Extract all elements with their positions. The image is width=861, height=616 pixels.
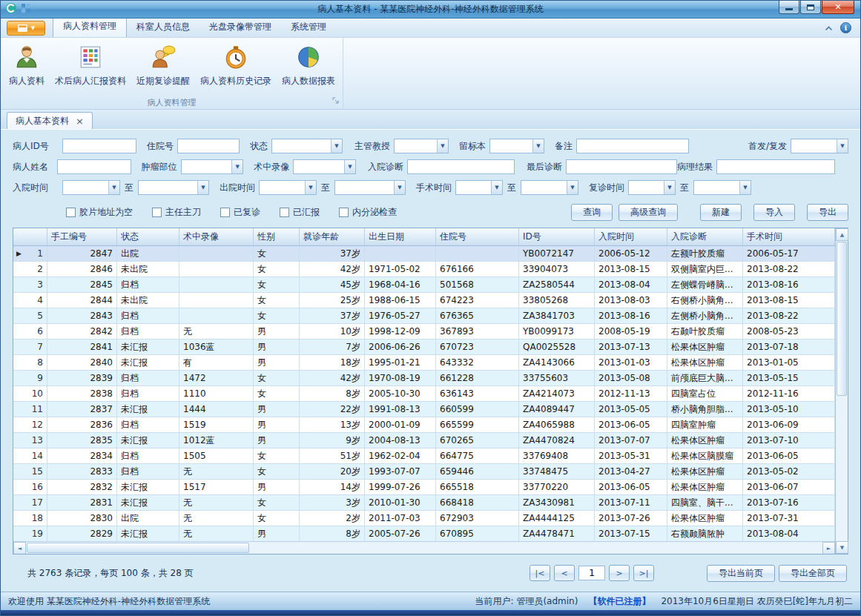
grid-column-header[interactable]: 性别 (254, 228, 300, 245)
checkbox-reported[interactable]: 已汇报 (280, 206, 320, 219)
checkbox-film-address-empty[interactable]: 胶片地址为空 (66, 206, 133, 219)
discharge-time-to-combo[interactable]: ▼ (334, 180, 406, 195)
vertical-scrollbar[interactable]: ▲ ▼ (835, 228, 848, 554)
grid-row[interactable]: 32845归档女45岁1968-04-16501568ZA25805442013… (13, 277, 835, 293)
scroll-up-icon[interactable]: ▲ (836, 228, 848, 241)
grid-row[interactable]: 52843归档女37岁1976-05-27676365ZA38417032013… (13, 308, 835, 324)
grid-row[interactable]: 162832未汇报1517男14岁1999-07-266655183377022… (13, 480, 835, 495)
ribbon-button-history[interactable]: 病人资料历史记录 (195, 40, 277, 90)
checkbox-endocrine-exam[interactable]: 内分泌检查 (339, 206, 397, 219)
remark-input[interactable] (576, 139, 689, 153)
admission-no-input[interactable] (177, 139, 240, 153)
grid-row[interactable]: 72841未汇报1036蓝男7岁2006-06-26670723QA002552… (13, 340, 835, 355)
grid-column-header[interactable]: 入院时间 (595, 228, 667, 245)
app-menu-button[interactable]: ▼ (7, 21, 45, 36)
grid-row[interactable]: 22846未出院女42岁1971-05-02676166339040732013… (13, 262, 835, 277)
maximize-button[interactable] (800, 1, 821, 14)
grid-column-header[interactable]: 就诊年龄 (300, 228, 365, 245)
quick-access-icon[interactable] (21, 3, 31, 16)
import-button[interactable]: 导入 (753, 204, 795, 221)
admit-time-to-combo[interactable]: ▼ (138, 180, 209, 195)
grid-cell: 1110 (179, 386, 254, 402)
close-button[interactable]: ✕ (822, 1, 854, 14)
first-recur-combo[interactable]: ▼ (791, 139, 848, 153)
grid-row[interactable]: ▶12847出院女37岁YB00721472006-05-12左额叶胶质瘤200… (13, 246, 835, 262)
first-page-button[interactable]: |< (530, 565, 550, 581)
grid-row[interactable]: 142834归档1505女51岁1962-02-0466477533769408… (13, 448, 835, 464)
grid-column-header[interactable]: 入院诊断 (667, 228, 743, 245)
status-combo[interactable]: ▼ (271, 139, 343, 153)
document-tab-patient-basic[interactable]: 病人基本资料 × (7, 112, 93, 129)
grid-column-header[interactable]: 出生日期 (365, 228, 436, 245)
horizontal-scroll-thumb[interactable] (27, 543, 249, 553)
discharge-time-from-combo[interactable]: ▼ (259, 180, 317, 195)
ribbon-button-revisit-reminder[interactable]: 近期复诊提醒 (131, 40, 195, 90)
grid-row[interactable]: 92839归档1472女42岁1970-08-19661228337556032… (13, 371, 835, 386)
last-page-button[interactable]: >| (633, 565, 654, 581)
patient-name-input[interactable] (57, 159, 131, 174)
grid-row[interactable]: 62842归档无男10岁1998-12-09367893YB0099173200… (13, 324, 835, 340)
page-number-input[interactable] (578, 566, 605, 580)
grid-column-header[interactable]: 住院号 (436, 228, 519, 245)
ribbon-button-patient-data[interactable]: 病人资料 (4, 40, 50, 90)
grid-row[interactable]: 102838归档1110女8岁2005-10-30636143ZA4214073… (13, 386, 835, 402)
grid-column-header[interactable]: 状态 (117, 228, 179, 245)
grid-cell: 四脑室、脑干... (667, 495, 743, 511)
next-page-button[interactable]: > (609, 565, 630, 581)
surgery-time-from-combo[interactable]: ▼ (455, 180, 503, 195)
scroll-right-icon[interactable]: ► (822, 542, 835, 554)
tumor-site-combo[interactable]: ▼ (181, 159, 244, 174)
collapse-ribbon-icon[interactable] (825, 23, 833, 33)
export-button[interactable]: 导出 (807, 204, 848, 221)
grid-row[interactable]: 42844未出院女25岁1988-06-15674223338052682013… (13, 293, 835, 308)
horizontal-scrollbar[interactable]: ◄ ► (13, 541, 835, 554)
patient-id-input[interactable] (62, 139, 136, 153)
grid-column-header[interactable]: ID号 (519, 228, 595, 245)
grid-row[interactable]: 152833归档无女20岁1993-07-0765944633748475201… (13, 464, 835, 480)
grid-column-header[interactable]: 术中录像 (179, 228, 254, 245)
admission-diag-input[interactable] (407, 159, 515, 174)
revisit-time-to-combo[interactable]: ▼ (693, 180, 751, 195)
pathology-input[interactable] (716, 159, 835, 174)
ribbon-tab-disc-video[interactable]: 光盘录像带管理 (199, 18, 281, 37)
grid-row[interactable]: 182830出院无女2岁2011-07-03672903ZA4444125201… (13, 511, 835, 526)
dialog-launcher-icon[interactable] (332, 97, 340, 107)
grid-column-header[interactable]: 手术时间 (743, 228, 835, 245)
prev-page-button[interactable]: < (554, 565, 575, 581)
tab-close-icon[interactable]: × (76, 116, 84, 126)
ribbon-tab-system[interactable]: 系统管理 (281, 18, 336, 37)
specimen-combo[interactable]: ▼ (489, 139, 544, 153)
intraop-video-combo[interactable]: ▼ (293, 159, 356, 174)
admit-time-from-combo[interactable]: ▼ (62, 180, 120, 195)
final-diag-input[interactable] (566, 159, 677, 174)
advanced-query-button[interactable]: 高级查询 (618, 204, 678, 221)
grid-cell: 2841 (47, 340, 117, 355)
checkbox-chief-surgeon[interactable]: 主任主刀 (152, 206, 201, 219)
row-number: 13 (32, 435, 43, 446)
ribbon-tab-patient-data[interactable]: 病人资料管理 (53, 16, 127, 37)
ribbon-button-postop-report[interactable]: 术后病人汇报资料 (50, 40, 131, 90)
revisit-time-from-combo[interactable]: ▼ (628, 180, 676, 195)
grid-row[interactable]: 122836归档1519男13岁2000-01-09665599ZA406598… (13, 417, 835, 433)
discharge-time-label: 出院时间 (220, 182, 255, 194)
export-current-page-button[interactable]: 导出当前页 (707, 565, 775, 582)
minimize-button[interactable] (779, 1, 799, 14)
grid-row[interactable]: 132835未汇报1012蓝男9岁2004-08-13670265ZA44708… (13, 433, 835, 448)
grid-row[interactable]: 172831未汇报无女3岁2010-01-30668418ZA343098120… (13, 495, 835, 511)
scroll-down-icon[interactable]: ▼ (836, 541, 848, 554)
surgery-time-to-combo[interactable]: ▼ (521, 180, 578, 195)
export-all-pages-button[interactable]: 导出全部页 (779, 565, 847, 582)
ribbon-button-data-report[interactable]: 病人数据报表 (277, 40, 340, 90)
grid-row[interactable]: 112837未汇报1444男22岁1991-08-13660599ZA40894… (13, 402, 835, 417)
ribbon-tab-department-staff[interactable]: 科室人员信息 (127, 18, 199, 37)
grid-row[interactable]: 82840未汇报有男18岁1995-01-21643332ZA414306620… (13, 355, 835, 371)
grid-row[interactable]: 192829未汇报无男8岁2005-07-26670895ZA447847120… (13, 526, 835, 541)
scroll-left-icon[interactable]: ◄ (13, 542, 26, 554)
help-info-icon[interactable]: i (840, 22, 851, 33)
professor-combo[interactable]: ▼ (394, 139, 449, 153)
vertical-scroll-thumb[interactable] (837, 242, 847, 396)
new-button[interactable]: 新建 (700, 204, 742, 221)
query-button[interactable]: 查询 (571, 204, 613, 221)
grid-column-header[interactable]: 手工编号 (47, 228, 117, 245)
checkbox-revisited[interactable]: 已复诊 (220, 206, 260, 219)
